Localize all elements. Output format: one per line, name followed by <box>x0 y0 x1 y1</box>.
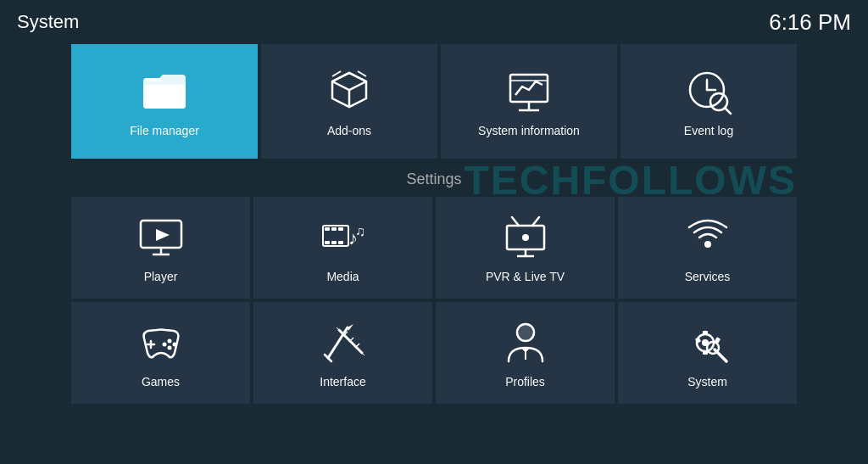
svg-point-48 <box>517 324 534 341</box>
games-icon <box>136 317 186 368</box>
services-label: Services <box>685 270 731 283</box>
svg-rect-21 <box>325 241 330 244</box>
svg-marker-41 <box>348 324 353 331</box>
svg-line-28 <box>532 217 539 226</box>
svg-rect-20 <box>338 227 343 231</box>
system-information-label: System information <box>478 124 580 137</box>
svg-point-31 <box>522 234 529 241</box>
system-label: System <box>687 375 727 389</box>
tile-system-information[interactable]: System information <box>441 44 617 159</box>
tile-pvr-live-tv[interactable]: PVR & Live TV <box>436 197 615 299</box>
pvr-live-tv-icon <box>500 212 551 263</box>
pvr-live-tv-label: PVR & Live TV <box>486 270 565 283</box>
svg-line-3 <box>358 71 366 76</box>
svg-point-38 <box>162 343 166 347</box>
tile-file-manager[interactable]: File manager <box>71 44 258 159</box>
svg-point-32 <box>704 241 711 248</box>
settings-row-2: Games Interface <box>71 302 797 404</box>
media-label: Media <box>326 270 359 283</box>
top-bar: System 6:16 PM <box>0 0 868 44</box>
top-tiles-group: Add-ons System information <box>261 44 797 159</box>
svg-rect-23 <box>338 241 343 244</box>
tile-games[interactable]: Games <box>71 302 250 404</box>
tile-services[interactable]: Services <box>618 197 797 299</box>
svg-marker-14 <box>156 229 170 241</box>
tile-media[interactable]: ♪ ♫ Media <box>253 197 432 299</box>
svg-line-12 <box>725 108 731 114</box>
tile-player[interactable]: Player <box>71 197 250 299</box>
svg-text:♫: ♫ <box>355 224 365 238</box>
svg-rect-52 <box>703 331 708 335</box>
svg-rect-18 <box>325 227 330 231</box>
tile-event-log[interactable]: Event log <box>620 44 797 159</box>
app-title: System <box>17 11 79 33</box>
media-icon: ♪ ♫ <box>318 212 369 263</box>
svg-rect-19 <box>331 227 337 231</box>
system-information-icon <box>504 66 554 117</box>
main-content: File manager Add-ons <box>0 44 868 404</box>
settings-header-text: Settings <box>406 171 461 187</box>
player-label: Player <box>144 270 178 283</box>
svg-line-27 <box>512 217 519 226</box>
tile-system[interactable]: System <box>618 302 797 404</box>
interface-label: Interface <box>320 375 365 389</box>
svg-point-35 <box>167 339 171 344</box>
tile-profiles[interactable]: Profiles <box>436 302 615 404</box>
games-label: Games <box>142 375 180 389</box>
add-ons-label: Add-ons <box>327 124 371 137</box>
services-icon <box>682 212 733 263</box>
add-ons-icon <box>324 66 375 117</box>
svg-point-36 <box>172 343 176 347</box>
file-manager-icon <box>139 66 190 117</box>
settings-header: Settings <box>71 162 797 197</box>
profiles-label: Profiles <box>505 375 545 389</box>
event-log-label: Event log <box>684 124 733 137</box>
svg-line-39 <box>328 327 348 358</box>
interface-icon <box>318 317 369 368</box>
profiles-icon <box>500 317 551 368</box>
settings-header-container: Settings TECHFOLLOWS <box>71 162 797 197</box>
system-icon <box>682 317 733 368</box>
settings-row-1: Player ♪ ♫ Media <box>71 197 797 299</box>
svg-rect-22 <box>331 241 337 244</box>
player-icon <box>136 212 186 263</box>
clock: 6:16 PM <box>769 9 851 36</box>
svg-line-2 <box>332 71 341 76</box>
tile-interface[interactable]: Interface <box>253 302 432 404</box>
event-log-icon <box>683 66 734 117</box>
svg-point-37 <box>167 346 171 350</box>
top-row: File manager Add-ons <box>71 44 797 159</box>
file-manager-label: File manager <box>130 124 199 137</box>
tile-add-ons[interactable]: Add-ons <box>261 44 437 159</box>
